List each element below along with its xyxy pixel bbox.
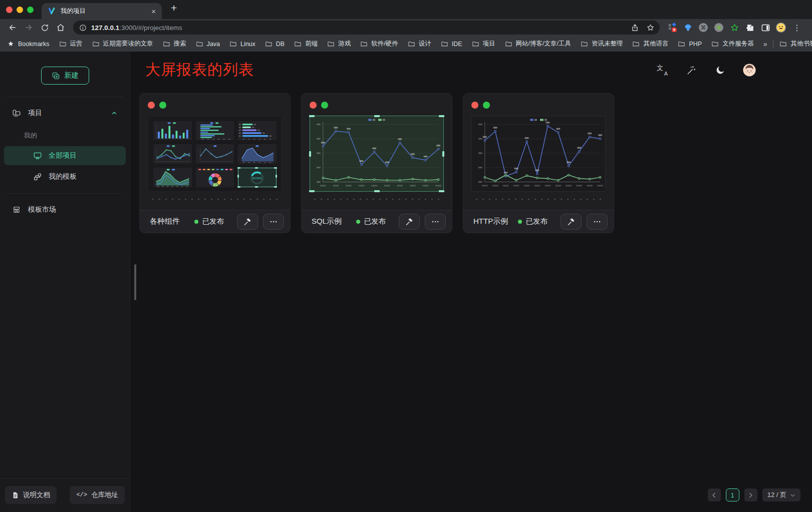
back-icon[interactable] xyxy=(5,20,20,35)
project-card[interactable]: 25.00% 各种组件 已发布 xyxy=(139,93,291,233)
dark-mode-moon-icon[interactable] xyxy=(714,64,727,77)
prev-page-button[interactable] xyxy=(708,488,721,501)
red-dot xyxy=(148,102,155,109)
extension-command-icon[interactable]: ⌘ xyxy=(698,22,709,33)
bookmark-folder[interactable]: PHP xyxy=(678,40,702,48)
more-actions-button[interactable] xyxy=(587,214,608,230)
selection-handle[interactable] xyxy=(439,190,444,192)
bookmark-folder[interactable]: DB xyxy=(265,40,285,48)
current-page-button[interactable]: 1 xyxy=(726,488,739,501)
selection-handle[interactable] xyxy=(374,190,380,192)
other-bookmarks-label: 其他书签 xyxy=(790,40,812,48)
selection-handle[interactable] xyxy=(255,186,258,188)
bookmark-star-icon[interactable] xyxy=(645,22,656,33)
language-toggle-icon[interactable]: 文A xyxy=(656,64,669,77)
selection-handle[interactable] xyxy=(237,175,239,178)
bookmark-folder[interactable]: Linux xyxy=(229,40,255,48)
sidebar-item-my-templates[interactable]: 我的模板 xyxy=(4,167,126,186)
bookmark-folder[interactable]: 前端 xyxy=(294,40,318,48)
bookmarks-root[interactable]: Bookmarks xyxy=(7,40,50,48)
bookmark-folder[interactable]: 软件/硬件 xyxy=(360,40,398,48)
profile-avatar-icon[interactable] xyxy=(775,22,786,33)
bookmark-folder[interactable]: 设计 xyxy=(408,40,431,48)
next-page-button[interactable] xyxy=(744,488,757,501)
bookmark-folder[interactable]: Java xyxy=(196,40,220,48)
project-preview[interactable] xyxy=(471,116,606,192)
sidebar-divider xyxy=(7,193,123,194)
bookmarks-overflow-chevron[interactable]: » xyxy=(763,40,767,48)
sidebar-group-projects[interactable]: 项目 xyxy=(0,103,130,123)
monitor-icon xyxy=(33,151,42,160)
bookmark-folder[interactable]: 游戏 xyxy=(327,40,351,48)
sidebar-item-all-projects[interactable]: 全部项目 xyxy=(4,146,126,165)
extensions-puzzle-icon[interactable] xyxy=(744,22,755,33)
edit-project-button[interactable] xyxy=(399,214,420,230)
user-avatar[interactable] xyxy=(743,64,756,77)
minimize-window-button[interactable] xyxy=(17,7,23,13)
project-title: SQL示例 xyxy=(312,217,356,226)
bookmark-folder[interactable]: 搜索 xyxy=(163,40,186,48)
project-preview[interactable] xyxy=(310,116,444,192)
status-dot xyxy=(518,220,522,224)
new-project-button[interactable]: 新建 xyxy=(41,67,89,85)
extension-grid-icon[interactable]: 9 xyxy=(667,22,678,33)
selection-handle[interactable] xyxy=(237,167,240,169)
address-bar[interactable]: 127.0.0.1:3000/#/project/items xyxy=(73,21,660,35)
page-size-select[interactable]: 12 / 页 xyxy=(762,488,800,501)
selection-handle[interactable] xyxy=(374,115,380,117)
extension-star-icon[interactable] xyxy=(729,22,740,33)
extension-gem-icon[interactable] xyxy=(682,22,693,33)
bookmark-folder-label: 搜索 xyxy=(174,40,186,48)
selection-handle[interactable] xyxy=(309,190,315,192)
project-card[interactable]: HTTP示例 已发布 xyxy=(463,93,614,233)
edit-project-button[interactable] xyxy=(237,214,258,230)
window-controls[interactable] xyxy=(6,0,42,19)
other-bookmarks-folder[interactable]: 其他书签 xyxy=(779,40,812,48)
browser-tab[interactable]: 我的项目 × xyxy=(42,3,162,19)
bookmark-folder-label: 设计 xyxy=(419,40,431,48)
folder-icon xyxy=(505,40,512,48)
close-window-button[interactable] xyxy=(6,7,13,13)
extension-record-icon[interactable] xyxy=(713,22,724,33)
bookmark-folder[interactable]: 运营 xyxy=(59,40,83,48)
sidebar-item-label: 模板市场 xyxy=(28,205,56,214)
site-info-icon[interactable] xyxy=(79,24,87,32)
docs-button[interactable]: 说明文档 xyxy=(5,486,57,504)
new-tab-button[interactable]: + xyxy=(171,2,177,14)
close-tab-icon[interactable]: × xyxy=(151,8,156,15)
side-panel-icon[interactable] xyxy=(760,22,771,33)
selection-handle[interactable] xyxy=(274,167,277,169)
selection-handle[interactable] xyxy=(237,186,240,188)
scrollbar-thumb[interactable] xyxy=(134,264,136,300)
magic-wand-icon[interactable] xyxy=(685,64,698,77)
project-card[interactable]: SQL示例 已发布 xyxy=(301,93,452,233)
sidebar-item-template-market[interactable]: 模板市场 xyxy=(0,200,130,220)
bookmark-folder[interactable]: 文件服务器 xyxy=(711,40,754,48)
selection-handle[interactable] xyxy=(276,175,277,178)
selection-handle[interactable] xyxy=(309,151,311,157)
repo-button[interactable]: </> 仓库地址 xyxy=(70,486,125,504)
selection-handle[interactable] xyxy=(439,115,444,117)
bookmark-folder[interactable]: 其他语言 xyxy=(632,40,668,48)
bookmark-folder[interactable]: 近期需要读的文章 xyxy=(92,40,153,48)
bookmark-folder[interactable]: 项目 xyxy=(472,40,495,48)
selection-handle[interactable] xyxy=(442,151,444,157)
share-icon[interactable] xyxy=(629,22,640,33)
selection-handle[interactable] xyxy=(274,186,277,188)
browser-menu-icon[interactable]: ⋮ xyxy=(791,23,803,33)
reload-icon[interactable] xyxy=(37,20,52,35)
bookmark-folder[interactable]: 网站/博客/文章/工具 xyxy=(505,40,571,48)
more-actions-button[interactable] xyxy=(263,214,284,230)
selection-handle[interactable] xyxy=(255,167,258,169)
edit-project-button[interactable] xyxy=(561,214,582,230)
chevron-up-icon[interactable] xyxy=(111,110,118,117)
project-preview[interactable]: 25.00% xyxy=(148,116,282,192)
bookmark-folder[interactable]: 资讯未整理 xyxy=(581,40,623,48)
selection-handle[interactable] xyxy=(309,115,315,117)
bookmark-folder[interactable]: IDE xyxy=(441,40,462,48)
mini-chart-line-single xyxy=(196,144,234,163)
more-actions-button[interactable] xyxy=(425,214,446,230)
zoom-window-button[interactable] xyxy=(27,7,34,13)
forward-icon[interactable] xyxy=(21,20,36,35)
home-icon[interactable] xyxy=(53,20,68,35)
